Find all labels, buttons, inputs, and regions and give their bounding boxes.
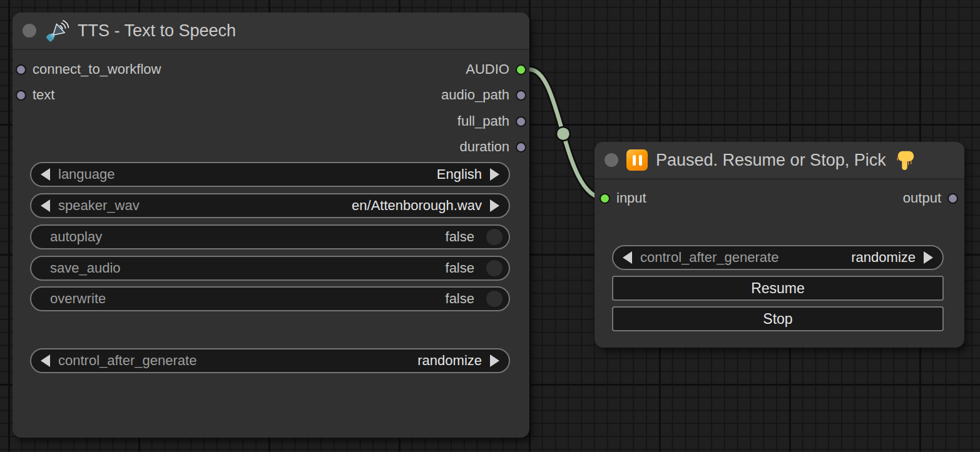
toggle-knob[interactable] xyxy=(486,229,503,245)
port-label: duration xyxy=(459,139,509,155)
widget-value: randomize xyxy=(417,353,482,369)
resume-button[interactable]: Resume xyxy=(612,276,944,301)
loudspeaker-icon xyxy=(44,18,69,43)
node-pause[interactable]: Paused. Resume or Stop, Pick input outpu… xyxy=(595,142,964,348)
combo-control-after-generate[interactable]: control_after_generate randomize xyxy=(30,348,510,373)
output-port-audio-path: audio_path xyxy=(441,84,526,106)
output-port-full-path: full_path xyxy=(457,110,526,133)
collapse-dot[interactable] xyxy=(605,153,618,167)
widget-label: save_audio xyxy=(50,260,121,276)
port-dot-connected[interactable] xyxy=(600,193,610,204)
port-dot[interactable] xyxy=(516,116,526,127)
input-port-input: input xyxy=(600,187,646,209)
node-title: Paused. Resume or Stop, Pick xyxy=(656,151,886,170)
combo-next-icon[interactable] xyxy=(490,199,499,212)
widget-label: language xyxy=(58,166,115,183)
widget-label: speaker_wav xyxy=(58,198,140,214)
graph-canvas[interactable]: TTS - Text to Speech connect_to_workflow… xyxy=(0,0,980,452)
port-label: input xyxy=(616,190,646,206)
port-label: AUDIO xyxy=(466,61,509,78)
node-tts[interactable]: TTS - Text to Speech connect_to_workflow… xyxy=(13,13,529,438)
output-port-duration: duration xyxy=(459,136,526,158)
widget-value: false xyxy=(446,291,474,307)
combo-language[interactable]: language English xyxy=(30,162,510,187)
output-port-output: output xyxy=(903,187,958,209)
widget-value: randomize xyxy=(851,249,916,266)
port-dot-connected[interactable] xyxy=(516,64,526,75)
node-title: TTS - Text to Speech xyxy=(78,21,236,41)
widget-value: false xyxy=(446,229,474,245)
button-label: Resume xyxy=(751,280,805,297)
combo-prev-icon[interactable] xyxy=(623,251,632,264)
combo-next-icon[interactable] xyxy=(490,354,499,367)
port-dot[interactable] xyxy=(947,193,958,204)
collapse-dot[interactable] xyxy=(23,24,36,38)
widget-label: control_after_generate xyxy=(58,353,197,369)
widget-value: en/Attenborough.wav xyxy=(352,198,482,214)
node-tts-titlebar[interactable]: TTS - Text to Speech xyxy=(13,13,529,50)
widget-value: English xyxy=(437,166,482,183)
stop-button[interactable]: Stop xyxy=(612,306,944,331)
combo-prev-icon[interactable] xyxy=(41,168,50,181)
combo-control-after-generate[interactable]: control_after_generate randomize xyxy=(612,245,944,270)
toggle-autoplay[interactable]: autoplay false xyxy=(30,224,510,249)
port-dot[interactable] xyxy=(516,90,526,101)
pause-icon xyxy=(626,149,648,171)
toggle-knob[interactable] xyxy=(486,260,503,276)
widget-label: autoplay xyxy=(50,229,102,245)
pause-bar xyxy=(639,155,642,166)
pause-bar xyxy=(633,155,636,166)
widget-value: false xyxy=(446,260,474,276)
toggle-knob[interactable] xyxy=(486,291,503,307)
port-label: output xyxy=(903,190,941,206)
port-label: full_path xyxy=(457,113,509,129)
button-label: Stop xyxy=(763,311,792,328)
input-port-text: text xyxy=(16,84,54,106)
port-dot[interactable] xyxy=(16,64,26,75)
widget-label: overwrite xyxy=(50,291,106,307)
pointing-down-icon xyxy=(894,149,916,171)
wire-midpoint-dot[interactable] xyxy=(556,127,570,141)
output-port-audio: AUDIO xyxy=(466,58,526,81)
combo-prev-icon[interactable] xyxy=(41,354,50,367)
node-pause-titlebar[interactable]: Paused. Resume or Stop, Pick xyxy=(595,142,964,179)
combo-speaker-wav[interactable]: speaker_wav en/Attenborough.wav xyxy=(30,193,510,218)
input-port-connect-to-workflow: connect_to_workflow xyxy=(16,58,161,81)
port-label: audio_path xyxy=(441,87,509,103)
widget-label: control_after_generate xyxy=(640,249,778,266)
port-dot[interactable] xyxy=(516,142,526,153)
toggle-save-audio[interactable]: save_audio false xyxy=(30,256,510,281)
toggle-overwrite[interactable]: overwrite false xyxy=(30,286,510,311)
port-label: text xyxy=(33,87,54,103)
combo-next-icon[interactable] xyxy=(490,168,499,181)
port-dot[interactable] xyxy=(16,90,26,101)
combo-prev-icon[interactable] xyxy=(41,199,50,212)
port-label: connect_to_workflow xyxy=(33,61,161,78)
combo-next-icon[interactable] xyxy=(924,251,933,264)
